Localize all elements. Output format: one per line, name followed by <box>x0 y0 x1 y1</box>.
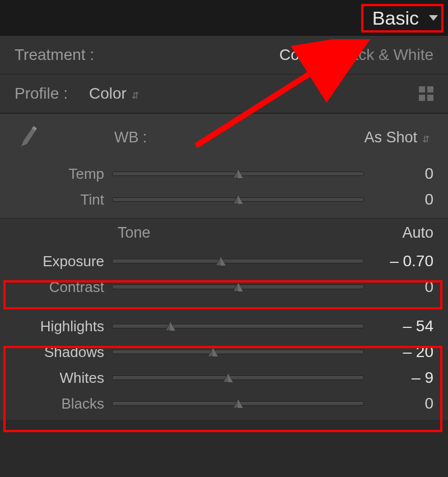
basic-panel: Basic Treatment : Color Black & White Pr… <box>0 0 448 420</box>
shadows-label: Shadows <box>15 344 104 361</box>
whites-slider-row: Whites – 9 <box>15 365 433 391</box>
slider-knob-icon[interactable] <box>232 194 244 205</box>
whites-value[interactable]: – 9 <box>372 369 433 387</box>
updown-arrows-icon: ⇵ <box>422 135 428 144</box>
temp-slider-row: Temp 0 <box>15 161 433 187</box>
exposure-slider[interactable] <box>112 257 364 265</box>
tint-slider[interactable] <box>112 196 364 203</box>
profile-dropdown[interactable]: Color ⇵ <box>89 85 137 103</box>
profile-row: Profile : Color ⇵ <box>0 75 448 113</box>
highlights-slider[interactable] <box>112 322 364 330</box>
wb-header: WB : As Shot ⇵ <box>15 121 433 161</box>
slider-knob-icon[interactable] <box>214 256 227 267</box>
exposure-value[interactable]: – 0.70 <box>372 252 433 270</box>
shadows-value[interactable]: – 20 <box>372 343 433 361</box>
exposure-label: Exposure <box>15 253 104 270</box>
temp-value[interactable]: 0 <box>372 165 433 183</box>
wb-label: WB : <box>114 129 147 146</box>
profile-browser-icon[interactable] <box>419 86 433 101</box>
treatment-row: Treatment : Color Black & White <box>0 36 448 75</box>
profile-label: Profile : <box>15 85 68 103</box>
slider-knob-icon[interactable] <box>207 346 219 358</box>
panel-title-box: Basic <box>361 4 444 33</box>
tint-slider-row: Tint 0 <box>15 187 433 212</box>
treatment-bw-option[interactable]: Black & White <box>336 46 433 64</box>
tone-detail-block: Highlights – 54 Shadows – 20 Whites <box>0 311 448 420</box>
slider-knob-icon[interactable] <box>232 398 244 409</box>
slider-knob-icon[interactable] <box>222 372 234 383</box>
blacks-slider[interactable] <box>112 400 364 407</box>
blacks-slider-row: Blacks 0 <box>15 391 433 416</box>
temp-label: Temp <box>15 165 104 183</box>
temp-slider[interactable] <box>112 170 364 178</box>
tint-label: Tint <box>15 191 104 209</box>
contrast-value[interactable]: 0 <box>372 278 433 296</box>
eyedropper-icon[interactable] <box>15 124 41 151</box>
tone-auto-button[interactable]: Auto <box>402 224 433 242</box>
wb-preset-dropdown[interactable]: As Shot ⇵ <box>364 129 428 146</box>
blacks-label: Blacks <box>15 395 104 413</box>
panel-header[interactable]: Basic <box>0 0 448 36</box>
treatment-label: Treatment : <box>15 46 94 64</box>
blacks-value[interactable]: 0 <box>372 395 433 413</box>
tone-label: Tone <box>118 224 151 242</box>
wb-section: WB : As Shot ⇵ Temp 0 Tint <box>0 113 448 219</box>
shadows-slider-row: Shadows – 20 <box>15 339 433 365</box>
contrast-slider-row: Contrast 0 <box>15 274 433 300</box>
whites-slider[interactable] <box>112 374 364 382</box>
exposure-contrast-block: Exposure – 0.70 Contrast 0 <box>0 246 448 303</box>
highlights-label: Highlights <box>15 318 104 335</box>
slider-knob-icon[interactable] <box>232 281 244 293</box>
panel-title: Basic <box>372 7 419 29</box>
exposure-slider-row: Exposure – 0.70 <box>15 248 433 274</box>
tone-header: Tone Auto <box>0 219 448 246</box>
disclosure-triangle-icon[interactable] <box>429 15 438 21</box>
highlights-slider-row: Highlights – 54 <box>15 313 433 339</box>
shadows-slider[interactable] <box>112 348 364 356</box>
whites-label: Whites <box>15 369 104 387</box>
highlights-value[interactable]: – 54 <box>372 317 433 335</box>
slider-knob-icon[interactable] <box>164 321 176 332</box>
contrast-label: Contrast <box>15 279 104 296</box>
treatment-color-option[interactable]: Color <box>279 46 317 64</box>
contrast-slider[interactable] <box>112 283 364 291</box>
tint-value[interactable]: 0 <box>372 191 433 209</box>
updown-arrows-icon: ⇵ <box>131 91 137 100</box>
slider-knob-icon[interactable] <box>232 168 244 179</box>
